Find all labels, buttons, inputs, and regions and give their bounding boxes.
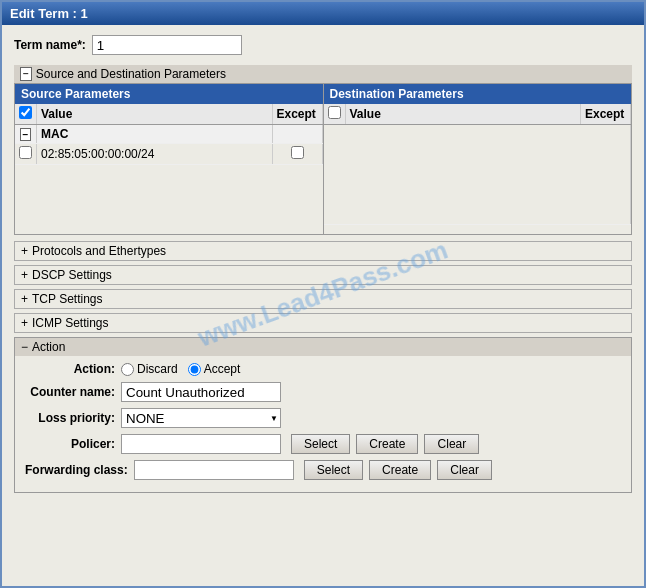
loss-priority-row: Loss priority: NONE LOW MEDIUM HIGH [25, 408, 621, 428]
term-name-input[interactable] [92, 35, 242, 55]
tcp-label: TCP Settings [32, 292, 102, 306]
action-content: Action: Discard Accept Counter [15, 356, 631, 492]
dest-select-all[interactable] [328, 106, 341, 119]
forwarding-select-button[interactable]: Select [304, 460, 363, 480]
source-mac-value: 02:85:05:00:00:00/24 [37, 144, 273, 165]
action-toggle: − [21, 340, 28, 354]
tcp-section[interactable]: + TCP Settings [14, 289, 632, 309]
accept-label: Accept [204, 362, 241, 376]
icmp-label: ICMP Settings [32, 316, 108, 330]
action-header-label: Action [32, 340, 65, 354]
dest-value-col: Value [345, 104, 581, 125]
term-name-label: Term name*: [14, 38, 86, 52]
loss-priority-wrapper: NONE LOW MEDIUM HIGH [121, 408, 281, 428]
source-mac-label: MAC [37, 125, 273, 144]
action-header[interactable]: − Action [15, 338, 631, 356]
policer-btn-group: Select Create Clear [291, 434, 479, 454]
icmp-toggle: + [21, 316, 28, 330]
policer-clear-button[interactable]: Clear [424, 434, 479, 454]
form-content: Term name*: − Source and Destination Par… [2, 25, 644, 586]
source-params-section: Source Parameters Value Except [15, 84, 324, 234]
source-mac-group: − MAC [15, 125, 322, 144]
forwarding-class-field-label: Forwarding class: [25, 463, 128, 477]
source-params-content: Value Except − MAC [15, 104, 323, 234]
forwarding-clear-button[interactable]: Clear [437, 460, 492, 480]
policer-select-button[interactable]: Select [291, 434, 350, 454]
source-value-col: Value [37, 104, 273, 125]
counter-name-input[interactable] [121, 382, 281, 402]
source-mac-row: 02:85:05:00:00:00/24 [15, 144, 322, 165]
dest-except-col: Except [581, 104, 631, 125]
accept-option: Accept [188, 362, 241, 376]
protocols-toggle: + [21, 244, 28, 258]
source-dest-label: Source and Destination Parameters [36, 67, 226, 81]
destination-params-section: Destination Parameters Value Except [324, 84, 632, 234]
source-check-col [15, 104, 37, 125]
source-except-col: Except [272, 104, 322, 125]
action-radio-row: Action: Discard Accept [25, 362, 621, 376]
loss-priority-field-label: Loss priority: [25, 411, 115, 425]
protocols-section[interactable]: + Protocols and Ethertypes [14, 241, 632, 261]
discard-label: Discard [137, 362, 178, 376]
action-field-label: Action: [25, 362, 115, 376]
policer-input[interactable] [121, 434, 281, 454]
icmp-section[interactable]: + ICMP Settings [14, 313, 632, 333]
forwarding-class-btn-group: Select Create Clear [304, 460, 492, 480]
source-params-header: Source Parameters [15, 84, 323, 104]
forwarding-class-row: Forwarding class: Select Create Clear [25, 460, 621, 480]
source-select-all[interactable] [19, 106, 32, 119]
edit-term-window: Edit Term : 1 Term name*: − Source and D… [0, 0, 646, 588]
forwarding-create-button[interactable]: Create [369, 460, 431, 480]
dest-empty-row [324, 125, 631, 225]
source-dest-section: − Source and Destination Parameters Sour… [14, 65, 632, 235]
destination-params-header: Destination Parameters [324, 84, 632, 104]
policer-field-label: Policer: [25, 437, 115, 451]
action-radio-group: Discard Accept [121, 362, 240, 376]
source-mac-checkbox[interactable] [19, 146, 32, 159]
counter-name-row: Counter name: [25, 382, 621, 402]
dest-check-col [324, 104, 346, 125]
window-title: Edit Term : 1 [10, 6, 88, 21]
mac-collapse-icon[interactable]: − [20, 128, 32, 141]
counter-name-field-label: Counter name: [25, 385, 115, 399]
discard-option: Discard [121, 362, 178, 376]
dscp-label: DSCP Settings [32, 268, 112, 282]
title-bar: Edit Term : 1 [2, 2, 644, 25]
source-params-table: Value Except − MAC [15, 104, 323, 165]
loss-priority-select[interactable]: NONE LOW MEDIUM HIGH [121, 408, 281, 428]
params-container: Source Parameters Value Except [14, 83, 632, 235]
source-dest-toggle: − [20, 67, 32, 81]
dscp-section[interactable]: + DSCP Settings [14, 265, 632, 285]
discard-radio[interactable] [121, 363, 134, 376]
action-section: − Action Action: Discard Accept [14, 337, 632, 493]
source-mac-except[interactable] [291, 146, 304, 159]
protocols-label: Protocols and Ethertypes [32, 244, 166, 258]
policer-create-button[interactable]: Create [356, 434, 418, 454]
accept-radio[interactable] [188, 363, 201, 376]
term-name-row: Term name*: [14, 35, 632, 55]
forwarding-class-input[interactable] [134, 460, 294, 480]
tcp-toggle: + [21, 292, 28, 306]
policer-row: Policer: Select Create Clear [25, 434, 621, 454]
destination-params-content: Value Except [324, 104, 632, 234]
dscp-toggle: + [21, 268, 28, 282]
destination-params-table: Value Except [324, 104, 632, 225]
source-dest-header[interactable]: − Source and Destination Parameters [14, 65, 632, 83]
